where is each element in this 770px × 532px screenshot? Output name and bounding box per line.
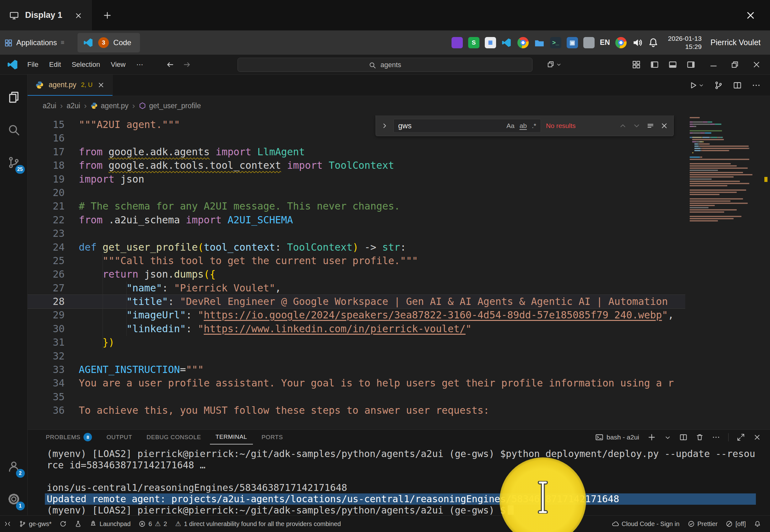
tray-vscode[interactable] xyxy=(501,37,512,48)
next-match-button[interactable] xyxy=(633,122,641,130)
tray-terminal[interactable]: >_ xyxy=(550,37,561,48)
back-button[interactable] xyxy=(166,60,174,69)
panel-tab-debug-console[interactable]: DEBUG CONSOLE xyxy=(141,430,207,444)
code-line-22[interactable]: 22from .a2ui_schema import A2UI_SCHEMA xyxy=(28,213,685,227)
terminal-line[interactable] xyxy=(47,471,770,482)
breadcrumb-item[interactable]: get_user_profile xyxy=(139,102,201,110)
terminal-dropdown-button[interactable] xyxy=(664,433,671,441)
clock[interactable]: 2026-01-13 15:29 xyxy=(668,35,702,51)
code-line-24[interactable]: 24def get_user_profile(tool_context: Too… xyxy=(28,241,685,254)
code-line-36[interactable]: 36To achieve this, you MUST follow these… xyxy=(28,404,685,417)
window-close-icon[interactable] xyxy=(745,10,770,21)
activity-search[interactable] xyxy=(0,114,28,146)
terminal-line[interactable]: (myenv) [LOAS2] pierrick@pierrick:~/git/… xyxy=(47,448,770,460)
code-line-34[interactable]: 34You are a user profile assistant. Your… xyxy=(28,376,685,390)
close-find-button[interactable] xyxy=(660,122,668,130)
menu-selection[interactable]: Selection xyxy=(66,61,105,69)
breadcrumb-item[interactable]: agent.py xyxy=(90,102,128,110)
tray-chrome[interactable] xyxy=(517,37,529,48)
code-line-31[interactable]: 31 }) xyxy=(28,336,685,349)
new-terminal-button[interactable] xyxy=(647,433,656,442)
close-icon[interactable] xyxy=(74,10,83,20)
terminal-line[interactable]: rce id=5834638717142171648 … xyxy=(47,460,770,471)
forward-button[interactable] xyxy=(183,60,191,69)
find-in-selection-button[interactable] xyxy=(646,122,655,130)
restore-button[interactable] xyxy=(730,60,739,69)
tray-bell[interactable] xyxy=(648,37,659,48)
toggle-replace-button[interactable] xyxy=(381,122,388,130)
prettier[interactable]: Prettier xyxy=(684,520,722,528)
tray-clip[interactable] xyxy=(583,37,595,48)
code-line-23[interactable]: 23 xyxy=(28,227,685,240)
code-line-33[interactable]: 33AGENT_INSTRUCTION=""" xyxy=(28,363,685,376)
cloud-code-signin[interactable]: Cloud Code - Sign in xyxy=(608,520,684,528)
code-line-21[interactable]: 21# The schema for any A2UI message. Thi… xyxy=(28,199,685,213)
terminal[interactable]: (myenv) [LOAS2] pierrick@pierrick:~/git/… xyxy=(28,444,770,515)
applications-menu[interactable]: Applications ≡ xyxy=(0,30,69,55)
taskbar-window-code[interactable]: 3 Code xyxy=(78,33,140,52)
vulnerability-warning[interactable]: ⚠1 direct vulnerability found for all th… xyxy=(171,516,345,532)
tray-chrome-2[interactable] xyxy=(615,37,627,48)
keyboard-layout[interactable]: EN xyxy=(600,38,610,47)
problems-summary[interactable]: 6⚠2 xyxy=(135,516,171,532)
toggle-panel-button[interactable] xyxy=(668,60,677,69)
code-area[interactable]: 15"""A2UI agent."""1617from google.adk.a… xyxy=(28,118,685,418)
close-panel-button[interactable] xyxy=(753,433,761,441)
more-terminal-actions-button[interactable] xyxy=(712,433,720,441)
activity-source-control[interactable]: 25 xyxy=(0,146,28,179)
code-line-19[interactable]: 19import json xyxy=(28,173,685,186)
tray-app-green[interactable]: S xyxy=(468,37,479,48)
source-control-graph-button[interactable] xyxy=(714,81,723,90)
code-line-35[interactable]: 35 xyxy=(28,390,685,404)
breadcrumb-item[interactable]: a2ui xyxy=(43,102,56,110)
tray-display[interactable]: ▣ xyxy=(567,37,578,48)
activity-accounts[interactable]: 2 xyxy=(0,450,28,483)
close-button[interactable] xyxy=(752,60,761,69)
menu-file[interactable]: File xyxy=(22,61,44,69)
notifications-bell[interactable] xyxy=(750,520,765,527)
command-center-search[interactable]: agents xyxy=(238,58,532,72)
whole-word-toggle[interactable]: ab xyxy=(520,122,527,130)
volume[interactable] xyxy=(632,37,643,48)
tab-agent-py[interactable]: agent.py 2, U xyxy=(28,75,113,96)
regex-toggle[interactable]: .* xyxy=(532,122,536,130)
activity-explorer[interactable] xyxy=(0,81,28,114)
run-python-button[interactable] xyxy=(689,81,704,90)
code-line-18[interactable]: 18from google.adk.tools.tool_context imp… xyxy=(28,159,685,172)
vnc-display-tab[interactable]: Display 1 xyxy=(0,0,92,30)
panel-tab-output[interactable]: OUTPUT xyxy=(101,430,138,444)
menu-edit[interactable]: Edit xyxy=(44,61,66,69)
sync-status[interactable] xyxy=(56,516,71,532)
tray-app-purple[interactable] xyxy=(452,37,463,48)
terminal-shell-selector[interactable]: bash - a2ui xyxy=(595,433,639,441)
code-line-32[interactable]: 32 xyxy=(28,349,685,363)
minimap[interactable] xyxy=(687,117,761,429)
menu-more[interactable]: ⋯ xyxy=(131,61,148,69)
experiments[interactable] xyxy=(71,516,86,532)
minimize-button[interactable] xyxy=(709,60,718,69)
code-line-20[interactable]: 20 xyxy=(28,186,685,199)
panel-tab-terminal[interactable]: TERMINAL xyxy=(210,430,253,444)
previous-match-button[interactable] xyxy=(619,122,627,130)
copilot-off[interactable]: [off] xyxy=(722,520,750,528)
breadcrumb-item[interactable]: a2ui xyxy=(67,102,80,110)
maximize-panel-button[interactable] xyxy=(737,433,745,441)
find-input[interactable]: gws Aa ab .* xyxy=(393,119,541,133)
kill-terminal-button[interactable] xyxy=(696,433,704,441)
more-actions-button[interactable] xyxy=(752,81,761,90)
overview-ruler[interactable] xyxy=(761,115,770,429)
menu-view[interactable]: View xyxy=(105,61,131,69)
launchpad[interactable]: Launchpad xyxy=(86,516,135,532)
tray-app-docs[interactable]: ≣ xyxy=(485,37,496,48)
terminal-line[interactable]: (myenv) [LOAS2] pierrick@pierrick:~/git/… xyxy=(47,505,770,515)
tab-close-icon[interactable] xyxy=(97,81,105,89)
tray-files[interactable] xyxy=(534,37,545,48)
code-editor[interactable]: 15"""A2UI agent."""1617from google.adk.a… xyxy=(28,115,770,429)
toggle-secondary-sidebar-button[interactable] xyxy=(687,60,695,69)
match-case-toggle[interactable]: Aa xyxy=(506,122,515,130)
code-line-26[interactable]: 26 return json.dumps({ xyxy=(28,268,685,281)
terminal-line[interactable]: Updated remote agent: projects/a2ui-agen… xyxy=(45,493,756,505)
split-terminal-button[interactable] xyxy=(679,433,687,441)
layout-control-button[interactable] xyxy=(547,60,562,68)
terminal-line[interactable]: ions/us-central1/reasoningEngines/583463… xyxy=(47,482,770,493)
